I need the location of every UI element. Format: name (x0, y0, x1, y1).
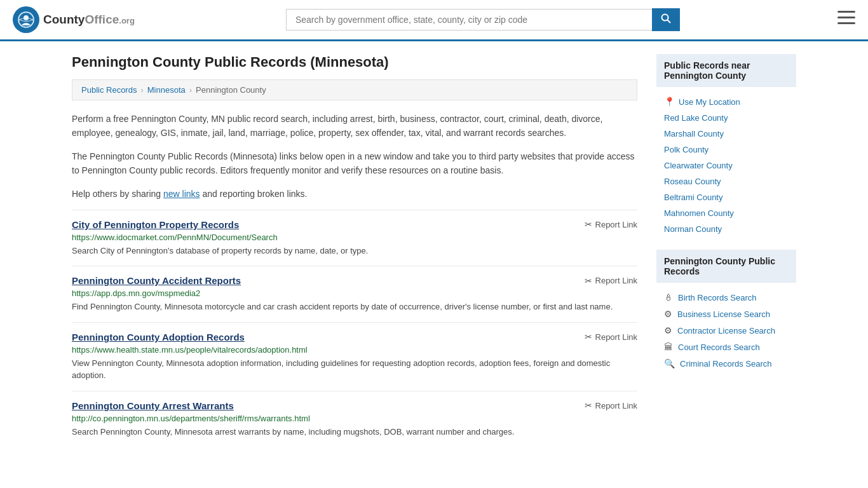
record-desc-1: Find Pennington County, Minnesota motorc… (72, 301, 637, 313)
record-url-0[interactable]: https://www.idocmarket.com/PennMN/Docume… (72, 233, 637, 242)
sidebar: Public Records near Pennington County 📍 … (656, 54, 796, 447)
description-3: Help others by sharing new links and rep… (72, 187, 637, 201)
records-list: City of Pennington Property Records ✂ Re… (72, 210, 637, 447)
report-link-1[interactable]: ✂ Report Link (585, 276, 637, 286)
nearby-county-1[interactable]: Marshall County (656, 126, 796, 142)
report-link-0[interactable]: ✂ Report Link (585, 219, 637, 229)
svg-point-3 (661, 15, 668, 21)
breadcrumb-minnesota[interactable]: Minnesota (147, 85, 186, 95)
breadcrumb-sep-1: › (140, 85, 143, 95)
sidebar-record-link-1[interactable]: Business License Search (677, 309, 770, 319)
logo-text: CountyOffice.org (43, 13, 135, 27)
record-header: Pennington County Adoption Records ✂ Rep… (72, 332, 637, 342)
nearby-county-link-0[interactable]: Red Lake County (664, 113, 728, 123)
sidebar-nearby-title: Public Records near Pennington County (656, 54, 796, 87)
new-links-link[interactable]: new links (163, 189, 200, 199)
nearby-county-5[interactable]: Beltrami County (656, 189, 796, 205)
description-2: The Pennington County Public Records (Mi… (72, 149, 637, 178)
nearby-county-0[interactable]: Red Lake County (656, 110, 796, 126)
record-title-3[interactable]: Pennington County Arrest Warrants (72, 400, 234, 411)
search-input[interactable] (286, 9, 652, 30)
rec-icon-1: ⚙ (664, 309, 672, 319)
nearby-county-link-2[interactable]: Polk County (664, 145, 709, 154)
search-button[interactable] (652, 8, 680, 31)
rec-icon-0: 🕯 (664, 292, 673, 302)
svg-rect-6 (837, 17, 855, 18)
rec-icon-4: 🔍 (664, 358, 675, 369)
nearby-county-link-1[interactable]: Marshall County (664, 129, 724, 139)
scissors-icon: ✂ (585, 276, 592, 286)
report-link-2[interactable]: ✂ Report Link (585, 332, 637, 342)
nearby-county-6[interactable]: Mahnomen County (656, 205, 796, 221)
nearby-county-link-7[interactable]: Norman County (664, 224, 722, 234)
record-url-2[interactable]: https://www.health.state.mn.us/people/vi… (72, 345, 637, 355)
menu-icon[interactable] (837, 11, 855, 29)
description-1: Perform a free Pennington County, MN pub… (72, 112, 637, 140)
record-title-2[interactable]: Pennington County Adoption Records (72, 332, 245, 342)
sidebar-record-link-2[interactable]: Contractor License Search (677, 326, 775, 336)
report-link-3[interactable]: ✂ Report Link (585, 400, 637, 410)
nearby-county-2[interactable]: Polk County (656, 142, 796, 158)
nearby-county-link-5[interactable]: Beltrami County (664, 193, 722, 202)
header-right (831, 11, 855, 29)
sidebar-record-item-4[interactable]: 🔍 Criminal Records Search (656, 355, 796, 372)
nearby-county-3[interactable]: Clearwater County (656, 158, 796, 173)
record-header: City of Pennington Property Records ✂ Re… (72, 219, 637, 230)
nearby-county-7[interactable]: Norman County (656, 221, 796, 237)
content-area: Pennington County Public Records (Minnes… (72, 54, 637, 447)
record-url-3[interactable]: http://co.pennington.mn.us/departments/s… (72, 414, 637, 423)
sidebar-record-item-0[interactable]: 🕯 Birth Records Search (656, 289, 796, 306)
scissors-icon: ✂ (585, 332, 592, 342)
breadcrumb: Public Records › Minnesota › Pennington … (72, 79, 637, 100)
record-url-1[interactable]: https://app.dps.mn.gov/mspmedia2 (72, 288, 637, 298)
record-title-0[interactable]: City of Pennington Property Records (72, 219, 239, 230)
svg-line-4 (667, 20, 670, 24)
sidebar-record-link-0[interactable]: Birth Records Search (678, 293, 757, 302)
breadcrumb-public-records[interactable]: Public Records (81, 85, 137, 95)
scissors-icon: ✂ (585, 400, 592, 410)
use-location-link[interactable]: Use My Location (679, 97, 740, 107)
svg-rect-5 (837, 11, 855, 13)
breadcrumb-sep-2: › (189, 85, 192, 95)
sidebar-record-item-3[interactable]: 🏛 Court Records Search (656, 339, 796, 355)
sidebar-nearby-section: Public Records near Pennington County 📍 … (656, 54, 796, 237)
scissors-icon: ✂ (585, 219, 592, 229)
sidebar-records-title: Pennington County Public Records (656, 250, 796, 283)
sidebar-record-item-1[interactable]: ⚙ Business License Search (656, 306, 796, 322)
nearby-county-link-6[interactable]: Mahnomen County (664, 208, 734, 218)
record-title-1[interactable]: Pennington County Accident Reports (72, 275, 241, 286)
record-desc-0: Search City of Pennington's database of … (72, 245, 637, 257)
record-header: Pennington County Arrest Warrants ✂ Repo… (72, 400, 637, 411)
main-container: Pennington County Public Records (Minnes… (53, 41, 815, 459)
search-area (286, 8, 680, 31)
record-item: City of Pennington Property Records ✂ Re… (72, 210, 637, 266)
sidebar-record-item-2[interactable]: ⚙ Contractor License Search (656, 322, 796, 339)
page-title: Pennington County Public Records (Minnes… (72, 54, 637, 71)
logo-area: CountyOffice.org (13, 6, 135, 33)
rec-icon-3: 🏛 (664, 342, 673, 352)
record-item: Pennington County Arrest Warrants ✂ Repo… (72, 391, 637, 447)
record-item: Pennington County Accident Reports ✂ Rep… (72, 266, 637, 322)
nearby-county-4[interactable]: Roseau County (656, 173, 796, 189)
header: CountyOffice.org (0, 0, 868, 41)
use-location-item[interactable]: 📍 Use My Location (656, 93, 796, 110)
svg-rect-7 (837, 22, 855, 24)
sidebar-record-link-3[interactable]: Court Records Search (678, 342, 760, 352)
record-desc-3: Search Pennington County, Minnesota arre… (72, 426, 637, 438)
nearby-counties-list: Red Lake CountyMarshall CountyPolk Count… (656, 110, 796, 237)
nearby-county-link-4[interactable]: Roseau County (664, 177, 721, 186)
sidebar-record-link-4[interactable]: Criminal Records Search (680, 359, 772, 369)
nearby-county-link-3[interactable]: Clearwater County (664, 161, 733, 170)
record-header: Pennington County Accident Reports ✂ Rep… (72, 275, 637, 286)
help-text-after: and reporting broken links. (202, 189, 307, 199)
logo-icon (13, 6, 39, 33)
help-text-before: Help others by sharing (72, 189, 161, 199)
record-item: Pennington County Adoption Records ✂ Rep… (72, 322, 637, 391)
record-desc-2: View Pennington County, Minnesota adopti… (72, 357, 637, 382)
pin-icon: 📍 (664, 97, 675, 107)
sidebar-records-section: Pennington County Public Records 🕯 Birth… (656, 250, 796, 372)
rec-icon-2: ⚙ (664, 325, 672, 336)
breadcrumb-current: Pennington County (196, 85, 266, 95)
sidebar-records-list: 🕯 Birth Records Search ⚙ Business Licens… (656, 289, 796, 372)
svg-point-1 (24, 15, 29, 20)
